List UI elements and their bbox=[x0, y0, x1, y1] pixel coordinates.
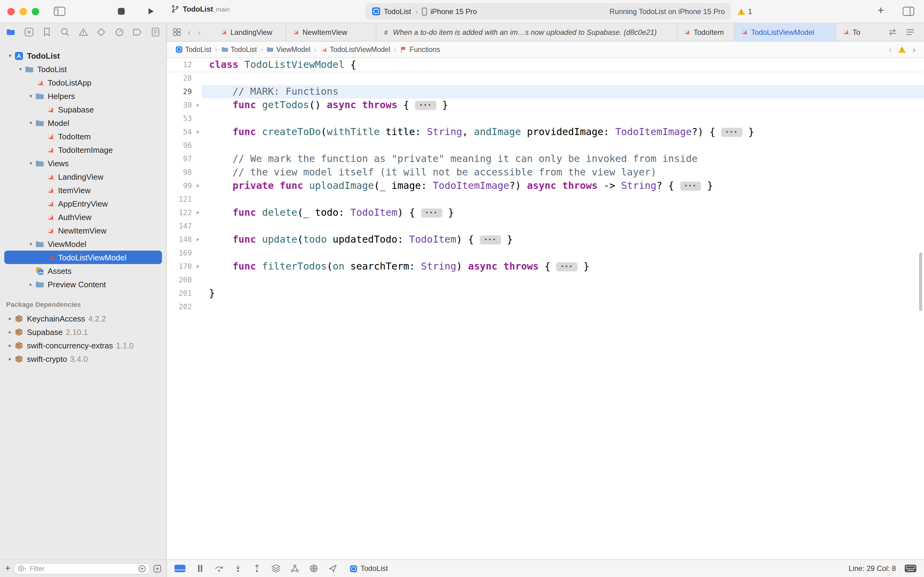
sidebar-item-newitemview[interactable]: NewItemView bbox=[0, 224, 166, 237]
package-item-supabase[interactable]: ▸Supabase2.10.1 bbox=[0, 325, 166, 338]
sidebar-item-todolistviewmodel[interactable]: TodoListViewModel bbox=[4, 251, 162, 264]
disclosure-chevron-icon[interactable]: ▾ bbox=[16, 66, 24, 72]
sidebar-item-viewmodel[interactable]: ▾ViewModel bbox=[0, 237, 166, 251]
sidebar-item-todolist[interactable]: ▾TodoList bbox=[0, 62, 166, 76]
code-line[interactable]: 201} bbox=[167, 287, 924, 300]
line-number[interactable]: 147 bbox=[167, 219, 194, 233]
disclosure-chevron-icon[interactable]: ▾ bbox=[27, 93, 35, 99]
sidebar-item-authview[interactable]: AuthView bbox=[0, 210, 166, 224]
sidebar-item-model[interactable]: ▾Model bbox=[0, 116, 166, 130]
disclosure-chevron-icon[interactable]: ▾ bbox=[27, 241, 35, 247]
line-number[interactable]: 54 bbox=[167, 125, 194, 139]
folded-code-pill[interactable]: ••• bbox=[721, 128, 742, 137]
scheme-branch-widget[interactable]: TodoList main bbox=[171, 3, 230, 14]
sidebar-item-assets[interactable]: Assets bbox=[0, 264, 166, 277]
line-number[interactable]: 201 bbox=[167, 287, 194, 300]
editor-tab-landingview[interactable]: LandingView bbox=[214, 23, 286, 41]
line-number[interactable]: 169 bbox=[167, 246, 194, 260]
toggle-right-sidebar-icon[interactable] bbox=[903, 7, 914, 16]
issues-navigator-icon[interactable] bbox=[79, 27, 88, 37]
editor-tab-to[interactable]: To bbox=[836, 23, 879, 41]
project-navigator-icon[interactable] bbox=[6, 27, 15, 37]
package-item-swift-crypto[interactable]: ▸swift-crypto3.4.0 bbox=[0, 352, 166, 366]
code-fold-chevron-icon[interactable] bbox=[194, 125, 202, 139]
line-number[interactable]: 97 bbox=[167, 152, 194, 166]
step-over-button-icon[interactable] bbox=[214, 564, 224, 573]
running-app-chip[interactable]: TodoList bbox=[349, 564, 388, 573]
step-out-button-icon[interactable] bbox=[253, 564, 262, 573]
sidebar-item-preview-content[interactable]: ▸Preview Content bbox=[0, 277, 166, 291]
view-hierarchy-button-icon[interactable] bbox=[271, 564, 280, 573]
disclosure-chevron-icon[interactable]: ▸ bbox=[6, 329, 14, 335]
find-navigator-icon[interactable] bbox=[61, 27, 70, 37]
next-issue-button[interactable]: › bbox=[913, 45, 916, 54]
keyboard-icon[interactable] bbox=[905, 564, 917, 573]
code-line[interactable]: 202 bbox=[167, 300, 924, 314]
activity-pill[interactable]: TodoList › iPhone 15 Pro Running TodoLis… bbox=[365, 3, 731, 19]
debug-navigator-icon[interactable] bbox=[115, 27, 124, 37]
code-line[interactable]: 170 func filterTodos(on searchTerm: Stri… bbox=[167, 260, 924, 273]
folded-code-pill[interactable]: ••• bbox=[680, 182, 701, 191]
breadcrumb-item-todolist[interactable]: TodoList bbox=[175, 46, 211, 53]
editor-scrollbar-thumb[interactable] bbox=[919, 253, 922, 311]
disclosure-chevron-icon[interactable]: ▸ bbox=[6, 356, 14, 362]
environment-overrides-button-icon[interactable] bbox=[309, 564, 319, 573]
zoom-window-button[interactable] bbox=[32, 8, 39, 15]
line-number[interactable]: 202 bbox=[167, 300, 194, 314]
folded-code-pill[interactable]: ••• bbox=[480, 235, 501, 245]
source-control-navigator-icon[interactable] bbox=[24, 27, 33, 37]
editor-tab-todoitem[interactable]: TodoItem bbox=[677, 23, 734, 41]
code-fold-chevron-icon[interactable] bbox=[194, 179, 202, 193]
code-line[interactable]: 148 func update(todo updatedTodo: TodoIt… bbox=[167, 233, 924, 246]
breadcrumb-item-viewmodel[interactable]: ViewModel bbox=[266, 46, 311, 53]
simulate-location-button-icon[interactable] bbox=[328, 564, 337, 573]
line-number[interactable]: 29 bbox=[167, 85, 194, 98]
breakpoints-navigator-icon[interactable] bbox=[133, 27, 142, 37]
disclosure-chevron-icon[interactable]: ▾ bbox=[27, 160, 35, 166]
reports-navigator-icon[interactable] bbox=[151, 27, 160, 37]
minimize-window-button[interactable] bbox=[19, 8, 27, 15]
line-number[interactable]: 12 bbox=[167, 58, 194, 71]
memory-graph-button-icon[interactable] bbox=[290, 564, 299, 573]
breadcrumb-item-todolistviewmodel[interactable]: TodoListViewModel bbox=[320, 46, 391, 53]
toggle-left-sidebar-icon[interactable] bbox=[54, 7, 65, 16]
code-line[interactable]: 122 func delete(_ todo: TodoItem) { ••• … bbox=[167, 206, 924, 219]
code-line[interactable]: 147 bbox=[167, 219, 924, 233]
line-number[interactable]: 98 bbox=[167, 166, 194, 179]
sidebar-item-views[interactable]: ▾Views bbox=[0, 156, 166, 170]
line-number[interactable]: 28 bbox=[167, 71, 194, 85]
editor-tab-todolistviewmodel[interactable]: TodoListViewModel bbox=[734, 23, 836, 41]
filter-input[interactable] bbox=[30, 565, 136, 572]
sidebar-item-todoitemimage[interactable]: TodoItemImage bbox=[0, 143, 166, 156]
sidebar-item-helpers[interactable]: ▾Helpers bbox=[0, 89, 166, 103]
line-number[interactable]: 30 bbox=[167, 98, 194, 112]
code-line[interactable]: 97 // We mark the function as "private" … bbox=[167, 152, 924, 166]
issue-count-badge[interactable]: 1 bbox=[737, 7, 752, 16]
debug-console-toggle-icon[interactable] bbox=[174, 564, 186, 573]
code-review-icon[interactable] bbox=[888, 28, 897, 36]
line-number[interactable]: 96 bbox=[167, 139, 194, 152]
editor-tab-newitemview[interactable]: NewItemView bbox=[286, 23, 377, 41]
sidebar-item-appentryview[interactable]: AppEntryView bbox=[0, 197, 166, 210]
filter-field[interactable] bbox=[14, 562, 150, 574]
disclosure-chevron-icon[interactable]: ▸ bbox=[27, 281, 35, 287]
package-item-keychainaccess[interactable]: ▸KeychainAccess4.2.2 bbox=[0, 312, 166, 325]
line-number[interactable]: 121 bbox=[167, 193, 194, 206]
previous-issue-button[interactable]: ‹ bbox=[889, 45, 892, 54]
line-number[interactable]: 122 bbox=[167, 206, 194, 219]
breadcrumb-item-functions[interactable]: Functions bbox=[400, 46, 440, 53]
package-item-swift-concurrency-extras[interactable]: ▸swift-concurrency-extras1.1.0 bbox=[0, 338, 166, 352]
step-into-button-icon[interactable] bbox=[233, 564, 243, 573]
code-line[interactable]: 99 private func uploadImage(_ image: Tod… bbox=[167, 179, 924, 193]
add-item-button[interactable]: + bbox=[5, 564, 11, 573]
editor-options-icon[interactable] bbox=[906, 28, 915, 36]
bookmarks-navigator-icon[interactable] bbox=[42, 27, 52, 37]
code-line[interactable]: 53 bbox=[167, 112, 924, 125]
editor-tab-when-a-to-do-item-is-added-with-an-im-s-now-uploaded-to-supabase-d8c0e21[interactable]: #When a to-do item is added with an im…s… bbox=[377, 23, 677, 41]
sidebar-item-itemview[interactable]: ItemView bbox=[0, 184, 166, 197]
pause-execution-button-icon[interactable] bbox=[196, 564, 205, 573]
code-fold-chevron-icon[interactable] bbox=[194, 233, 202, 246]
code-line[interactable]: 30 func getTodos() async throws { ••• } bbox=[167, 98, 924, 112]
tests-navigator-icon[interactable] bbox=[97, 27, 106, 37]
sticky-class-declaration-line[interactable]: 12class TodoListViewModel { bbox=[167, 58, 924, 71]
